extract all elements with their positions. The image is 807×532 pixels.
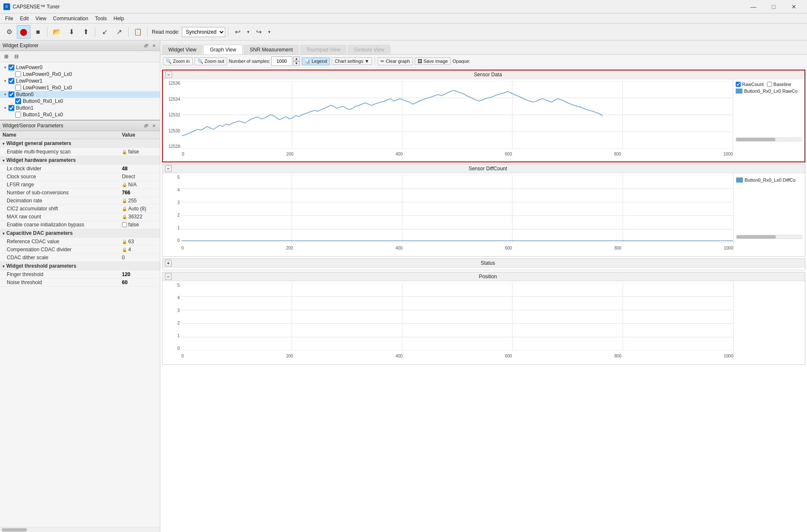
group-expander[interactable]: ▾ (3, 231, 5, 236)
legend-scrollbar-thumb-diffcount[interactable] (737, 235, 776, 239)
tree-item-lowpower0-rx0[interactable]: LowPower0_Rx0_Lx0 (0, 71, 160, 78)
legend-scrollbar-thumb[interactable] (736, 138, 775, 141)
minimize-button[interactable]: — (744, 0, 763, 13)
tree-item-lowpower1-rx0[interactable]: LowPower1_Rx0_Lx0 (0, 84, 160, 91)
redo-dropdown[interactable]: ▼ (266, 25, 272, 39)
legend-rawcount-checkbox[interactable] (736, 82, 741, 87)
chart-status: + Status (162, 258, 805, 270)
params-scrollbar-h[interactable] (0, 527, 160, 532)
tree-item-lowpower1[interactable]: ▾ LowPower1 (0, 78, 160, 84)
pause-button[interactable]: ■ (31, 25, 45, 39)
tree-checkbox-button0[interactable] (8, 91, 14, 97)
tree-label: LowPower1 (16, 78, 43, 84)
save-image-button[interactable]: 🖼 Save image (415, 57, 451, 65)
tree-checkbox-button0-rx0[interactable] (15, 98, 21, 104)
chart-title-status: Status (173, 260, 802, 266)
maximize-button[interactable]: □ (764, 0, 783, 13)
tree-item-button0-rx0[interactable]: Button0_Rx0_Lx0 (0, 98, 160, 105)
group-expander[interactable]: ▾ (3, 264, 5, 269)
expand-all-btn[interactable]: ⊞ (2, 52, 11, 61)
tree-expander[interactable]: ▾ (2, 65, 8, 70)
tree-item-lowpower0[interactable]: ▾ LowPower0 (0, 64, 160, 71)
import-button[interactable]: ↙ (98, 25, 111, 39)
param-name: Enable coarse initialization bypass (0, 221, 119, 229)
scrollbar-thumb[interactable] (2, 528, 27, 532)
widget-explorer-restore-btn[interactable]: 🗗 (143, 42, 150, 49)
stop-button[interactable]: ⬤ (17, 25, 30, 39)
group-expander[interactable]: ▾ (3, 142, 5, 146)
menu-view[interactable]: View (32, 15, 50, 22)
tree-label: Button1_Rx0_Lx0 (23, 112, 63, 118)
param-row: Decimation rate 🔒255 (0, 197, 160, 205)
menu-communication[interactable]: Communication (50, 15, 92, 22)
open-button[interactable]: 📂 (50, 25, 64, 39)
tree-checkbox-lowpower0-rx0[interactable] (15, 71, 21, 77)
chart-svg-element (182, 81, 733, 149)
param-value[interactable]: 0 (119, 254, 160, 262)
samples-down-btn[interactable]: ▼ (293, 61, 300, 66)
param-group-cdac: ▾Capacitive DAC parameters (0, 229, 160, 238)
redo-button[interactable]: ↪ (252, 25, 265, 39)
tree-item-button0[interactable]: ▾ Button0 (0, 91, 160, 98)
param-value[interactable]: 766 (119, 189, 160, 197)
param-value[interactable]: 60 (119, 279, 160, 287)
tree-checkbox-lowpower1[interactable] (8, 78, 14, 84)
undo-dropdown[interactable]: ▼ (245, 25, 251, 39)
export-button[interactable]: ↗ (112, 25, 126, 39)
tab-snr-measurement[interactable]: SNR Measurement (243, 45, 299, 54)
legend-scrollbar[interactable] (736, 137, 802, 142)
report-button[interactable]: 📋 (131, 25, 145, 39)
x-axis-diffcount: 0 200 400 600 800 1000 (181, 245, 733, 251)
tab-touchpad-view[interactable]: Touchpad View (300, 45, 347, 54)
chart-collapse-btn[interactable]: − (165, 71, 172, 78)
param-value[interactable]: 120 (119, 271, 160, 279)
tree-expander[interactable]: ▾ (2, 106, 8, 110)
undo-button[interactable]: ↩ (231, 25, 244, 39)
tree-checkbox-lowpower1-rx0[interactable] (15, 85, 21, 91)
tree-expander[interactable]: ▾ (2, 92, 8, 97)
tree-checkbox-button1-rx0[interactable] (15, 112, 21, 118)
collapse-all-btn[interactable]: ⊟ (12, 52, 21, 61)
params-panel-close-btn[interactable]: ✕ (151, 122, 157, 129)
samples-up-btn[interactable]: ▲ (293, 56, 300, 61)
tab-graph-view[interactable]: Graph View (203, 45, 242, 54)
coarse-init-checkbox[interactable] (122, 222, 127, 227)
tree-checkbox-button1[interactable] (8, 105, 14, 111)
param-row: Clock source Direct (0, 173, 160, 181)
widget-explorer-close-btn[interactable]: ✕ (151, 42, 157, 49)
tree-label: LowPower0_Rx0_Lx0 (23, 71, 72, 77)
tree-expander[interactable]: ▾ (2, 79, 8, 83)
chart-svg-sensor-data: 12536 12534 12532 12530 12528 (163, 79, 733, 157)
menu-help[interactable]: Help (110, 15, 127, 22)
zoom-out-button[interactable]: 🔍 Zoom out (194, 57, 227, 65)
zoom-in-button[interactable]: 🔍 Zoom in (163, 57, 193, 65)
params-panel-restore-btn[interactable]: 🗗 (143, 122, 150, 129)
chart-collapse-btn-position[interactable]: − (165, 273, 172, 280)
download-button[interactable]: ⬇ (65, 25, 78, 39)
save-image-icon: 🖼 (418, 59, 422, 64)
params-panel-header-btns: 🗗 ✕ (143, 122, 157, 129)
settings-button[interactable]: ⚙ (3, 25, 16, 39)
menu-file[interactable]: File (2, 15, 16, 22)
chart-collapse-btn-status[interactable]: + (165, 260, 172, 266)
tab-widget-view[interactable]: Widget View (162, 45, 202, 54)
close-button[interactable]: ✕ (784, 0, 804, 13)
legend-baseline-label: Baseline (773, 82, 791, 87)
group-expander[interactable]: ▾ (3, 159, 5, 163)
legend-button[interactable]: 📊 Legend (302, 57, 330, 65)
legend-scrollbar-diffcount[interactable] (736, 235, 802, 239)
param-value[interactable]: 48 (119, 165, 160, 173)
clear-graph-button[interactable]: ✏ Clear graph (378, 57, 413, 65)
tree-item-button1[interactable]: ▾ Button1 (0, 105, 160, 111)
tree-item-button1-rx0[interactable]: Button1_Rx0_Lx0 (0, 111, 160, 118)
chart-collapse-btn-diffcount[interactable]: − (165, 165, 172, 172)
legend-baseline-checkbox[interactable] (767, 82, 772, 87)
upload-button[interactable]: ⬆ (79, 25, 92, 39)
samples-input[interactable] (271, 56, 292, 66)
tab-gesture-view[interactable]: Gesture View (348, 45, 391, 54)
chart-settings-button[interactable]: Chart settings ▼ (332, 57, 372, 65)
tree-checkbox-lowpower0[interactable] (8, 64, 14, 70)
menu-tools[interactable]: Tools (92, 15, 110, 22)
read-mode-select[interactable]: Synchronized (182, 27, 225, 37)
menu-edit[interactable]: Edit (16, 15, 32, 22)
